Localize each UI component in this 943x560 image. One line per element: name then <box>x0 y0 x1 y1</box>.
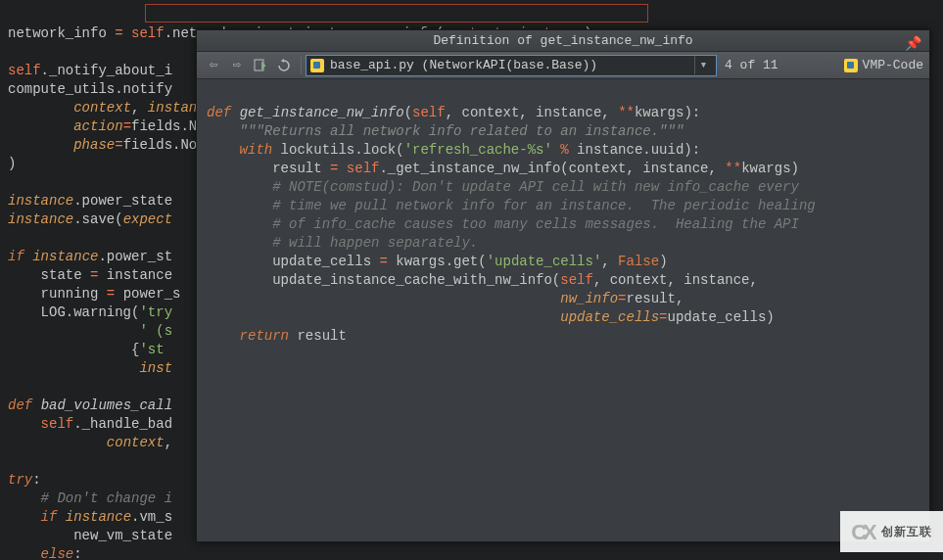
popup-toolbar: ⇦ ⇨ base_api.py (NetworkAPI(base.Base)) … <box>197 52 929 79</box>
project-name: VMP-Code <box>863 56 923 74</box>
refresh-button[interactable] <box>273 55 295 76</box>
chevron-down-icon: ▾ <box>694 56 712 74</box>
edit-source-button[interactable] <box>250 55 271 76</box>
file-dropdown[interactable]: base_api.py (NetworkAPI(base.Base)) ▾ <box>306 55 717 76</box>
pin-icon[interactable]: 📌 <box>905 33 921 55</box>
forward-button[interactable]: ⇨ <box>226 55 248 76</box>
watermark-text: 创新互联 <box>881 523 932 541</box>
back-button[interactable]: ⇦ <box>203 55 224 76</box>
python-project-icon <box>844 59 858 72</box>
python-file-icon <box>310 59 324 72</box>
expression-highlight <box>145 4 648 23</box>
definition-popup: Definition of get_instance_nw_info 📌 ⇦ ⇨… <box>196 29 930 542</box>
watermark-badge: CX 创新互联 <box>840 511 943 552</box>
popup-title-text: Definition of get_instance_nw_info <box>433 33 692 48</box>
project-context[interactable]: VMP-Code <box>844 56 923 74</box>
result-counter: 4 of 11 <box>725 56 778 74</box>
file-dropdown-label: base_api.py (NetworkAPI(base.Base)) <box>330 56 597 74</box>
popup-title-bar[interactable]: Definition of get_instance_nw_info 📌 <box>197 30 929 52</box>
definition-code[interactable]: def get_instance_nw_info(self, context, … <box>197 79 929 370</box>
toolbar-divider <box>301 57 302 74</box>
